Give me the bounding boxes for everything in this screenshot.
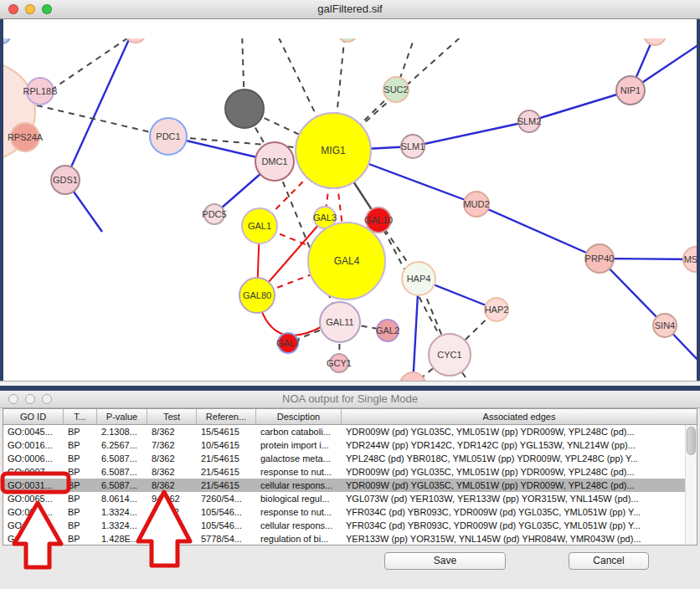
table-cell: 10/54615 <box>197 438 256 452</box>
table-cell: 21/54615 <box>197 452 256 465</box>
table-cell: 8.0614... <box>97 492 147 505</box>
save-button[interactable]: Save <box>384 552 506 570</box>
graph-node-label-slm2: SLM2 <box>517 116 542 126</box>
canvas-border-right <box>697 19 700 381</box>
column-header-referen[interactable]: Referen... <box>197 409 256 424</box>
table-cell: cellular respons... <box>256 479 342 492</box>
graph-node-label-rps24a: RPS24A <box>8 132 44 142</box>
table-cell: 6.5087... <box>97 465 147 479</box>
column-header-t[interactable]: T... <box>64 409 97 424</box>
table-cell: 11/362 <box>147 519 197 532</box>
graph-node-label-gcy1: GCY1 <box>327 358 352 368</box>
graph-node-label-slm1: SLM1 <box>401 141 425 151</box>
table-row[interactable]: GO:0045...BP2.1308...8/36215/54615carbon… <box>3 425 697 438</box>
table-cell: 5778/54... <box>197 532 256 545</box>
table-cell: 6.5087... <box>97 479 147 492</box>
table-row[interactable]: GO:0050...BP1.428E...80/3625778/54...reg… <box>3 532 697 545</box>
table-cell: YGL073W (pd) YER103W, YER133W (pp) YOR31… <box>342 492 697 505</box>
graph-node-label-pdc5: PDC5 <box>202 209 226 219</box>
graph-node-label-gal80: GAL80 <box>243 290 271 300</box>
table-row-selected[interactable]: GO:0031...BP6.5087...8/36221/54615cellul… <box>3 479 697 492</box>
vertical-scrollbar[interactable] <box>685 425 697 545</box>
table-row[interactable]: GO:0016...BP6.2567...7/36210/54615protei… <box>3 438 697 452</box>
graph-node-label-gal11: GAL11 <box>326 317 353 327</box>
table-cell: 2.1308... <box>97 425 147 438</box>
noa-window-titlebar: NOA output for Single Mode <box>0 391 700 408</box>
graph-window-titlebar: galFiltered.sif <box>0 0 700 19</box>
cancel-button[interactable]: Cancel <box>569 552 649 570</box>
table-cell: BP <box>64 425 97 438</box>
table-row[interactable]: GO:0006...BP6.5087...8/36221/54615galact… <box>3 452 697 465</box>
table-cell: carbon cataboli... <box>256 425 342 438</box>
graph-node-label-dmc1: DMC1 <box>261 156 287 166</box>
graph-edge-blue[interactable] <box>476 204 600 259</box>
graph-node-label-hap3: HAP3 <box>401 380 425 381</box>
column-header-desciption[interactable]: Desciption <box>256 409 342 424</box>
table-cell: GO:0031... <box>3 479 64 492</box>
table-cell: 7260/54... <box>197 492 256 505</box>
column-header-p-value[interactable]: P-value <box>97 409 147 424</box>
graph-node-label-rpl18b: RPL18B <box>23 86 58 96</box>
table-cell: protein import i... <box>256 438 342 452</box>
table-cell: GO:0045... <box>3 425 64 438</box>
table-cell: 1.3324... <box>97 519 147 532</box>
graph-node-label-gal4: GAL4 <box>334 255 360 267</box>
table-cell: BP <box>64 479 97 492</box>
table-cell: YDR244W (pp) YDR142C, YDR142C (pp) YGL15… <box>342 438 697 452</box>
table-cell: 6.5087... <box>97 452 147 465</box>
graph-node-label-prp40: PRP40 <box>585 254 615 264</box>
table-row[interactable]: GO:0031...BP1.3324...11/362105/546...cel… <box>3 519 697 532</box>
network-canvas[interactable]: RPL18BRPS24AGDS1PDC1DMC1MIG1SUC2SLM1SLM2… <box>0 19 700 381</box>
table-body: GO:0045...BP2.1308...8/36215/54615carbon… <box>3 425 697 545</box>
table-cell: 94/362 <box>147 492 197 505</box>
graph-node-label-gal1: GAL1 <box>248 221 271 231</box>
table-cell: 7/362 <box>147 438 197 452</box>
column-header-test[interactable]: Test <box>147 409 197 424</box>
graph-node[interactable] <box>225 90 264 128</box>
graph-edge-blue[interactable] <box>65 38 130 180</box>
table-cell: YPL248C (pd) YBR018C, YML051W (pp) YDR00… <box>342 452 697 465</box>
table-row[interactable]: GO:0065...BP8.0614...94/3627260/54...bio… <box>3 492 697 505</box>
graph-edge-dashed[interactable] <box>37 105 168 136</box>
table-cell: 105/546... <box>197 505 256 519</box>
graph-node-label-gal3: GAL3 <box>313 213 337 223</box>
table-cell: GO:0007... <box>3 465 64 479</box>
column-header-associated-edges[interactable]: Associated edges <box>342 409 697 424</box>
table-cell: YFR034C (pd) YBR093C, YDR009W (pd) YGL03… <box>342 505 697 519</box>
table-cell: galactose meta... <box>256 452 342 465</box>
table-cell: GO:0065... <box>3 492 64 505</box>
graph-node[interactable] <box>337 38 358 42</box>
table-cell: 8/362 <box>147 465 197 479</box>
graph-edge-blue[interactable] <box>413 121 529 146</box>
graph-node-label-gal7: GAL7 <box>276 338 300 348</box>
table-cell: 8/362 <box>147 452 197 465</box>
table-header-row: GO IDT...P-valueTestReferen...Desciption… <box>3 409 697 425</box>
table-cell: BP <box>64 505 97 519</box>
column-header-go-id[interactable]: GO ID <box>3 409 64 424</box>
table-cell: BP <box>64 438 97 452</box>
table-cell: biological regul... <box>256 492 342 505</box>
table-row[interactable]: GO:0007...BP6.5087...8/36221/54615respon… <box>3 465 697 479</box>
graph-node-label-gal2: GAL2 <box>376 325 399 335</box>
table-cell: GO:0050... <box>3 532 64 545</box>
table-cell: response to nut... <box>256 505 342 519</box>
table-cell: 80/362 <box>147 532 197 545</box>
table-row[interactable]: GO:0031...BP1.3324...11/362105/546...res… <box>3 505 697 519</box>
table-cell: 8/362 <box>147 425 197 438</box>
table-cell: 105/546... <box>197 519 256 532</box>
table-cell: GO:0006... <box>3 452 64 465</box>
table-cell: YFR034C (pd) YBR093C, YDR009W (pd) YGL03… <box>342 519 697 532</box>
table-cell: BP <box>64 532 97 545</box>
graph-node[interactable] <box>644 38 666 45</box>
table-cell: 15/54615 <box>197 425 256 438</box>
table-cell: cellular respons... <box>256 519 342 532</box>
graph-edge-blue[interactable] <box>529 90 631 121</box>
graph-node-label-hap2: HAP2 <box>485 305 509 315</box>
table-cell: GO:0016... <box>3 438 64 452</box>
graph-node-label-mig1: MIG1 <box>321 145 346 156</box>
table-cell: 6.2567... <box>97 438 147 452</box>
scrollbar-thumb[interactable] <box>687 427 696 455</box>
table-cell: YDR009W (pd) YGL035C, YML051W (pp) YDR00… <box>342 479 697 492</box>
table-cell: BP <box>64 465 97 479</box>
graph-node-label-mud2: MUD2 <box>463 199 489 209</box>
